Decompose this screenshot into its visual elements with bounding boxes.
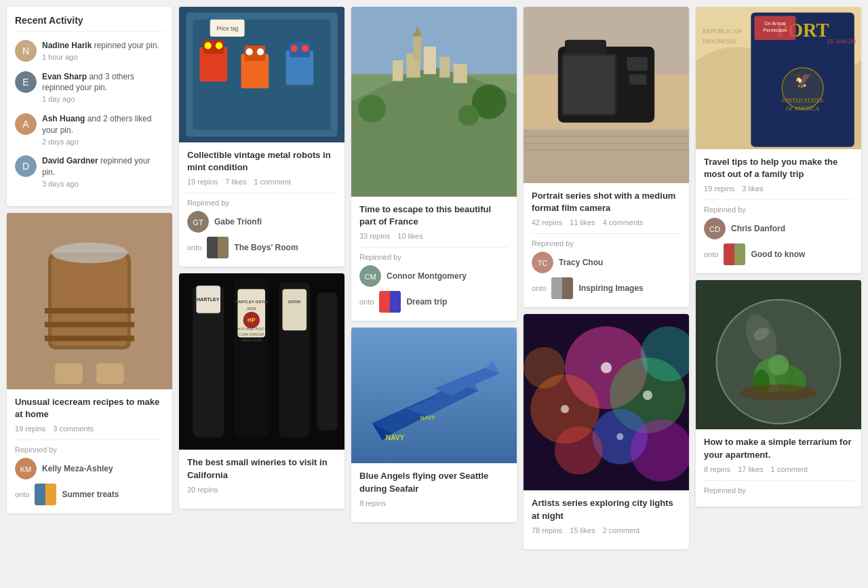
activity-time: 3 days ago (42, 180, 79, 188)
card-body: Blue Angels flying over Seattle during S… (351, 463, 517, 522)
onto-board[interactable]: onto Summer treats (15, 484, 164, 505)
activity-time: 2 days ago (42, 138, 79, 146)
repinned-by: Repinned by (15, 446, 164, 454)
board-thumbnail (551, 277, 573, 299)
comments-count: 1 comment (771, 465, 808, 473)
card-body: Portrait series shot with a medium forma… (524, 183, 689, 307)
svg-rect-20 (45, 484, 56, 505)
card-image (524, 7, 689, 183)
activity-user-name: David Gardner (42, 156, 98, 165)
activity-item[interactable]: A Ash Huang and 2 others liked your pin.… (15, 113, 164, 147)
repinner-name: Gabe Trionfi (214, 217, 262, 227)
activity-item[interactable]: E Evan Sharp and 3 others repinned your … (15, 71, 164, 105)
comments-count: 3 comments (53, 425, 94, 433)
repinner[interactable]: CD Chris Danford (704, 218, 853, 239)
activity-user-name: Ash Huang (42, 114, 85, 123)
svg-text:N: N (22, 45, 29, 56)
card-body: How to make a simple terrarium for your … (696, 429, 861, 506)
comments-count: 2 comment (603, 526, 639, 534)
svg-point-31 (257, 48, 264, 55)
repinner-name: Kelly Meza-Ashley (42, 464, 113, 473)
card-title: Travel tips to help you make the most ou… (704, 156, 853, 180)
svg-rect-15 (55, 363, 83, 384)
repins-count: 19 repins (187, 178, 218, 186)
card-citylights[interactable]: Artists series exploring city lights at … (524, 314, 689, 549)
onto-label: onto (704, 250, 718, 258)
repinned-by-label-row: Repinned by (704, 205, 853, 214)
onto-label: onto (532, 284, 546, 292)
svg-rect-92 (564, 56, 614, 113)
repinner-avatar: CM (359, 265, 381, 287)
card-meta: 33 repins 10 likes (359, 232, 509, 240)
column-4: Portrait series shot with a medium forma… (524, 7, 689, 549)
card-terrarium[interactable]: How to make a simple terrarium for your … (696, 280, 861, 506)
card-wine[interactable]: HARTLEY HARTLEY OSTIN 2009 HP HITCHING P… (179, 273, 344, 508)
svg-text:D: D (22, 161, 29, 172)
activity-item[interactable]: D David Gardner repinned your pin. 3 day… (15, 155, 164, 189)
svg-point-26 (205, 42, 212, 49)
svg-point-69 (358, 95, 386, 123)
repinner[interactable]: TC Tracy Chou (532, 252, 681, 273)
onto-board[interactable]: onto Dream trip (359, 291, 509, 313)
onto-board[interactable]: onto Inspiring Images (532, 277, 681, 299)
svg-text:CD: CD (709, 225, 720, 233)
card-passport[interactable]: REPUBLIC OF INDONESIA 🦅 UNITED STATES OF… (696, 7, 861, 273)
svg-point-71 (458, 105, 479, 126)
svg-point-110 (524, 347, 565, 389)
svg-rect-64 (424, 47, 436, 75)
svg-point-114 (643, 391, 652, 400)
svg-text:UNITED STATES: UNITED STATES (782, 98, 823, 104)
card-image (7, 213, 172, 389)
card-camera[interactable]: Portrait series shot with a medium forma… (524, 7, 689, 307)
card-image: HARTLEY HARTLEY OSTIN 2009 HP HITCHING P… (179, 273, 344, 450)
board-name: The Boys' Room (234, 243, 298, 252)
repinned-by-label-row: Repinned by (704, 486, 853, 494)
svg-text:HARTLEY: HARTLEY (197, 297, 220, 302)
card-image (351, 7, 517, 197)
onto-board[interactable]: onto Good to know (704, 243, 853, 265)
activity-text: David Gardner repinned your pin. 3 days … (42, 155, 164, 189)
card-robots[interactable]: Price tag Collectible vintage metal robo… (179, 7, 344, 267)
card-meta: 8 repins (359, 499, 509, 507)
svg-rect-95 (524, 130, 689, 183)
svg-text:E: E (22, 77, 28, 87)
svg-rect-132 (734, 243, 745, 265)
svg-text:NAVY: NAVY (386, 434, 405, 442)
card-title: Portrait series shot with a medium forma… (532, 190, 681, 214)
svg-rect-56 (283, 290, 307, 331)
repinner[interactable]: GT Gabe Trionfi (187, 211, 336, 233)
board-thumbnail (379, 291, 401, 313)
card-france[interactable]: Time to escape to this beautiful part of… (351, 7, 517, 321)
svg-point-139 (768, 355, 789, 376)
activity-item[interactable]: N Nadine Harik repinned your pin. 1 hour… (15, 40, 164, 63)
card-meta: 19 repins 7 likes 1 comment (187, 178, 336, 186)
activity-text: Ash Huang and 2 others liked your pin. 2… (42, 113, 164, 147)
likes-count: 15 likes (570, 526, 595, 534)
onto-label: onto (15, 490, 29, 498)
card-meta: 19 repins 3 comments (15, 425, 164, 433)
column-3: Time to escape to this beautiful part of… (351, 7, 517, 522)
onto-board[interactable]: onto The Boys' Room (187, 237, 336, 258)
card-meta: 20 repins (187, 486, 336, 494)
card-image: NAVY NAVY (351, 328, 517, 463)
board-name: Inspiring Images (578, 283, 643, 293)
svg-text:KM: KM (20, 465, 32, 473)
svg-text:CORK DANCER: CORK DANCER (239, 333, 264, 337)
activity-text: Nadine Harik repinned your pin. 1 hour a… (42, 40, 164, 63)
repins-count: 42 repins (532, 218, 562, 227)
repinner[interactable]: KM Kelly Meza-Ashley (15, 458, 164, 479)
card-title: How to make a simple terrarium for your … (704, 436, 853, 460)
card-meta: 78 repins 15 likes 2 comment (532, 526, 681, 534)
card-title: Time to escape to this beautiful part of… (359, 203, 509, 228)
avatar: E (15, 71, 37, 93)
repinner[interactable]: CM Connor Montgomery (359, 265, 509, 287)
recent-activity-panel: Recent Activity N Nadine Harik repinned … (7, 7, 172, 206)
svg-rect-10 (52, 256, 127, 346)
card-icecream[interactable]: Unusual icecream recipes to make at home… (7, 213, 172, 513)
likes-count: 10 likes (397, 232, 422, 240)
svg-point-115 (616, 433, 623, 440)
repins-count: 19 repins (15, 425, 45, 433)
board-thumbnail (724, 243, 745, 265)
card-blueangels[interactable]: NAVY NAVY Blue Angels flying over Seattl… (351, 328, 517, 522)
board-name: Summer treats (62, 490, 119, 499)
